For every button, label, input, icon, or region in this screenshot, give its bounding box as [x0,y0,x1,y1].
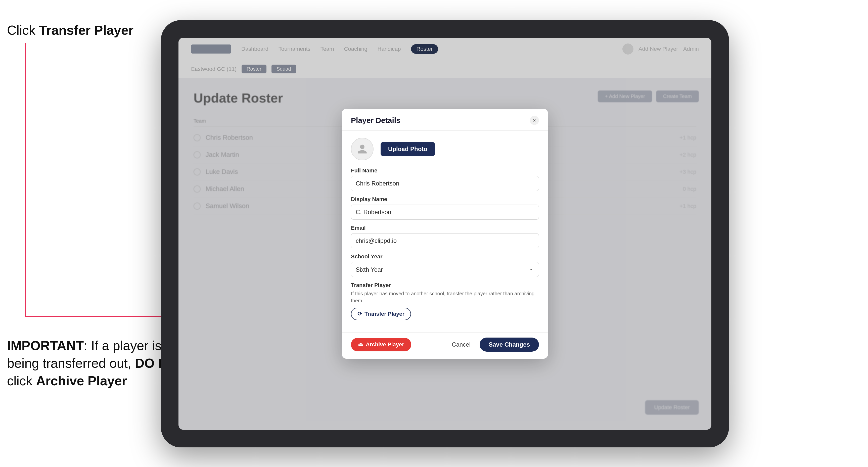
transfer-btn-label: Transfer Player [365,311,404,317]
instruction-top-prefix: Click [7,23,39,37]
full-name-group: Full Name [351,167,539,191]
full-name-label: Full Name [351,167,539,174]
photo-upload-row: Upload Photo [351,138,539,160]
instruction-archive-bold: Archive Player [36,374,127,388]
instruction-bottom-text2: click [7,374,36,388]
archive-player-button[interactable]: ⏏ Archive Player [351,338,411,351]
tablet-screen: Dashboard Tournaments Team Coaching Hand… [179,38,711,430]
transfer-icon: ⟳ [358,311,362,317]
school-year-select[interactable]: First Year Second Year Third Year Fourth… [351,262,539,277]
player-details-modal: Player Details × Upload Photo [342,109,548,359]
footer-right-buttons: Cancel Save Changes [447,338,539,352]
upload-photo-button[interactable]: Upload Photo [380,142,435,156]
display-name-group: Display Name [351,196,539,220]
tablet-device: Dashboard Tournaments Team Coaching Hand… [161,20,729,447]
archive-icon: ⏏ [358,341,363,348]
modal-title: Player Details [351,116,400,125]
modal-footer: ⏏ Archive Player Cancel Save Changes [342,332,548,359]
school-year-label: School Year [351,253,539,260]
display-name-input[interactable] [351,205,539,220]
email-group: Email [351,225,539,248]
photo-placeholder [351,138,374,160]
instruction-top-bold: Transfer Player [39,23,133,37]
email-input[interactable] [351,233,539,248]
display-name-label: Display Name [351,196,539,203]
instruction-bottom-important: IMPORTANT [7,338,84,353]
transfer-section-label: Transfer Player [351,282,539,288]
cancel-button[interactable]: Cancel [447,338,475,352]
save-changes-button[interactable]: Save Changes [479,338,539,352]
instruction-top: Click Transfer Player [7,23,133,38]
arrow-vertical-line [25,43,26,317]
transfer-player-button[interactable]: ⟳ Transfer Player [351,308,411,320]
archive-btn-label: Archive Player [366,341,404,348]
modal-body: Upload Photo Full Name Display Name [342,131,548,332]
modal-overlay: Player Details × Upload Photo [179,38,711,430]
full-name-input[interactable] [351,176,539,191]
transfer-description: If this player has moved to another scho… [351,290,539,304]
email-label: Email [351,225,539,231]
modal-header: Player Details × [342,109,548,131]
person-icon [357,144,368,155]
modal-close-button[interactable]: × [530,116,539,125]
school-year-group: School Year First Year Second Year Third… [351,253,539,277]
transfer-section: Transfer Player If this player has moved… [351,282,539,320]
close-icon: × [533,118,536,123]
